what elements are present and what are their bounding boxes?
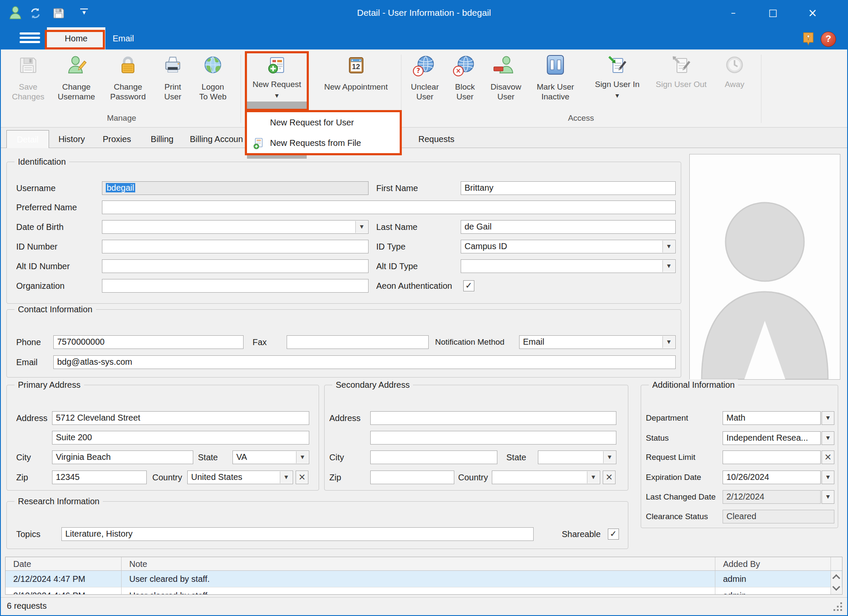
chevron-down-icon[interactable]: ▼ [822,471,834,484]
tab-billing-accounts[interactable]: Billing Accoun [190,130,243,148]
secondary-state-combo[interactable]: ▼ [538,450,616,464]
chevron-down-icon[interactable]: ▼ [603,451,616,463]
change-username-button[interactable]: Change Username [51,53,102,102]
fax-label: Fax [253,335,267,349]
logon-to-web-button[interactable]: Logon To Web [193,53,233,102]
table-row[interactable]: 2/12/2024 4:47 PM User cleared by staff.… [6,571,842,587]
secondary-city-input[interactable] [370,450,497,464]
organization-input[interactable] [102,279,369,293]
secondary-address-line2-input[interactable] [370,431,616,445]
mark-user-inactive-button[interactable]: Mark User Inactive [529,53,582,102]
change-password-button[interactable]: Change Password [103,53,153,102]
block-user-button[interactable]: × Block User [447,53,483,102]
menu-item-new-requests-from-file[interactable]: New Requests from File [247,133,400,153]
zip-label: Zip [329,471,341,484]
tab-billing[interactable]: Billing [142,130,182,148]
id-type-combo[interactable]: Campus ID▼ [461,240,676,253]
id-number-input[interactable] [102,240,369,253]
chevron-down-icon[interactable]: ▼ [662,336,675,348]
last-name-input[interactable]: de Gail [461,220,676,234]
tab-requests[interactable]: Requests [413,130,460,148]
resize-grip[interactable] [840,609,842,611]
research-legend: Research Information [15,496,103,507]
tab-history[interactable]: History [52,130,91,148]
clear-country-button[interactable]: × [603,471,616,484]
window-title: Detail - User Information - bdegail [1,8,847,18]
new-request-button[interactable]: New Request ▼ [247,53,307,101]
primary-state-combo[interactable]: VA▼ [232,450,309,464]
chevron-down-icon[interactable]: ▼ [822,431,834,445]
alt-id-number-input[interactable] [102,259,369,273]
chevron-down-icon[interactable]: ▼ [296,451,308,463]
tab-email[interactable]: Email [108,27,138,49]
dropdown-arrow-icon: ▼ [616,91,619,101]
menu-item-new-request-for-user[interactable]: New Request for User [247,112,400,133]
secondary-address-line1-input[interactable] [370,411,616,425]
primary-zip-input[interactable]: 12345 [52,471,147,484]
sign-user-in-button[interactable]: Sign User In ▼ [590,53,645,101]
primary-city-input[interactable]: Virginia Beach [52,450,193,464]
preferred-name-input[interactable] [102,200,676,214]
status-combo[interactable]: Independent Resea... [723,431,821,445]
tab-proxies[interactable]: Proxies [97,130,136,148]
save-changes-button[interactable]: Save Changes [9,53,48,102]
shareable-checkbox[interactable]: ✓ [608,529,619,540]
phone-input[interactable]: 7570000000 [53,335,244,349]
close-button[interactable]: × [800,3,825,22]
last-changed-date-combo[interactable]: 2/12/2024 [723,490,821,504]
pin-notification-icon[interactable] [802,32,815,48]
vertical-scrollbar[interactable] [831,571,842,594]
dropdown-arrow-icon: ▼ [275,91,279,101]
username-input[interactable]: bdegail [102,181,369,195]
help-icon[interactable]: ? [821,32,836,47]
alt-id-type-label: Alt ID Type [376,259,418,273]
chevron-down-icon[interactable]: ▼ [280,471,292,483]
chevron-down-icon[interactable]: ▼ [662,241,675,253]
aeon-authentication-checkbox[interactable]: ✓ [463,280,474,291]
date-of-birth-combo[interactable]: ▼ [102,220,369,234]
cell-added-by: admin [715,571,831,587]
minimize-button[interactable]: – [721,3,746,22]
hamburger-menu-icon[interactable] [20,32,40,44]
chevron-down-icon[interactable]: ▼ [822,411,834,425]
disavow-user-button[interactable]: Disavow User [487,53,525,102]
new-request-dropdown-menu: New Request for User New Requests from F… [245,110,402,155]
primary-address-line1-input[interactable]: 5712 Cleveland Street [52,411,309,425]
expiration-date-combo[interactable]: 10/26/2024 [723,471,821,484]
chevron-down-icon[interactable]: ▼ [355,221,368,233]
unclear-user-button[interactable]: ? Unclear User [406,53,444,102]
state-label: State [506,450,526,464]
column-header-added-by[interactable]: Added By [715,557,831,571]
scroll-down-icon[interactable] [831,582,842,593]
primary-country-combo[interactable]: United States▼ [187,471,293,484]
alt-id-type-combo[interactable]: ▼ [461,259,676,273]
print-user-button[interactable]: Print User [154,53,191,102]
request-limit-input[interactable] [723,450,821,464]
email-input[interactable]: bdg@atlas-sys.com [53,355,676,369]
maximize-button[interactable]: □ [761,3,785,22]
chevron-down-icon[interactable]: ▼ [662,260,675,272]
sign-user-out-button[interactable]: Sign User Out [651,53,711,89]
shareable-label: Shareable [562,527,601,541]
id-type-label: ID Type [376,240,406,253]
department-combo[interactable]: Math [723,411,821,425]
primary-address-line2-input[interactable]: Suite 200 [52,431,309,445]
tab-home[interactable]: Home [47,27,105,49]
fax-input[interactable] [287,335,429,349]
secondary-zip-input[interactable] [370,471,454,484]
new-appointment-button[interactable]: 12 New Appointment [319,53,393,92]
column-header-note[interactable]: Note [122,557,715,571]
chevron-down-icon[interactable]: ▼ [822,490,834,504]
topics-input[interactable]: Literature, History [61,527,534,541]
table-row[interactable]: 2/12/2024 4:46 PM User cleared by staff.… [6,587,842,595]
clear-country-button[interactable]: × [296,471,308,484]
notification-method-combo[interactable]: Email▼ [519,335,676,349]
clear-request-limit-button[interactable]: × [822,450,834,464]
away-button[interactable]: Away [719,53,750,89]
column-header-date[interactable]: Date [6,557,122,571]
secondary-country-combo[interactable]: ▼ [492,471,600,484]
scroll-up-icon[interactable] [831,571,842,582]
chevron-down-icon[interactable]: ▼ [587,471,599,483]
tab-detail[interactable]: Detail [6,130,49,148]
first-name-input[interactable]: Brittany [461,181,676,195]
